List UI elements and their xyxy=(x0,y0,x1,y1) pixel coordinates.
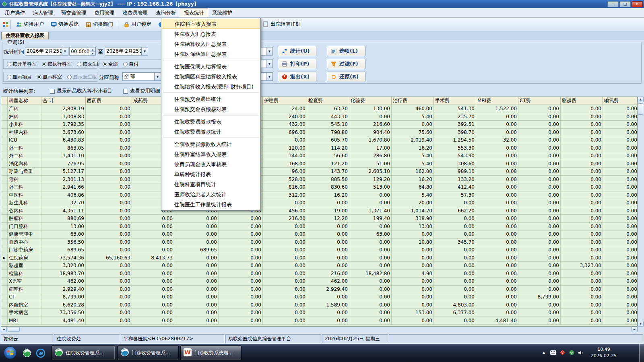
menubar-item-用户操作[interactable]: 用户操作 xyxy=(1,8,29,17)
table-row[interactable]: ▶住院药房73,574.3665,160.638,413.730.000.000… xyxy=(1,254,637,262)
table-row[interactable]: 内窥镜室6,620.280.000.000.000.000.001,589.00… xyxy=(1,301,637,309)
subtotal-checkbox[interactable]: 显示药品收入等小计项目 xyxy=(50,88,112,95)
discharge-settle-button[interactable]: 出院结算[F8] xyxy=(262,19,301,29)
radio-自付[interactable]: 自付 xyxy=(123,61,138,68)
table-row[interactable]: 彩超室3,323.000.000.000.000.000.000.000.000… xyxy=(1,262,637,270)
scroll-up-icon[interactable]: ▲ xyxy=(638,97,644,102)
menu-item-住院收入汇总报表[interactable]: 住院收入汇总报表 xyxy=(161,29,260,39)
table-row[interactable]: 中医科406.860.000.000.000.00312.0016.200.00… xyxy=(1,191,637,200)
table-row[interactable]: 外一科863.050.000.000.000.00120.00114.2017.… xyxy=(1,144,637,152)
menu-item-收费员现金收入审核表[interactable]: 收费员现金收入审核表 xyxy=(161,159,260,169)
print-button[interactable]: 打印(P) xyxy=(278,59,316,69)
chevron-down-icon[interactable]: ▼ xyxy=(62,47,68,55)
volume-icon[interactable] xyxy=(578,350,584,355)
table-row[interactable]: 外二科1,431.100.000.000.000.00344.0056.6028… xyxy=(1,152,637,160)
table-row[interactable]: 病理科2,929.400.000.000.000.000.002,929.400… xyxy=(1,286,637,294)
menu-item-住院结算收入报表(费别-财务项目)[interactable]: 住院结算收入报表(费别-财务项目) xyxy=(161,82,260,92)
table-row[interactable]: MRI4,481.400.000.000.000.000.000.000.000… xyxy=(1,317,637,325)
grid-header-cell[interactable]: 科室名称 xyxy=(8,97,41,105)
close-button[interactable]: ✕ xyxy=(632,1,643,7)
menubar-item-病人管理[interactable]: 病人管理 xyxy=(29,8,57,17)
table-row[interactable]: CT8,739.000.000.000.000.000.000.000.000.… xyxy=(1,293,637,301)
horizontal-scrollbar[interactable]: ◄ ► xyxy=(1,327,638,333)
table-row[interactable]: 骨科2,301.130.000.000.000.00528.00885.5012… xyxy=(1,176,637,184)
taskbar-app-门诊收费系统增...[interactable]: W门诊收费系统增... xyxy=(180,346,242,360)
table-row[interactable]: 心内科4,351.110.000.000.000.00456.0019.001,… xyxy=(1,207,637,215)
toolbar-button-切换用户[interactable]: 切换用户 xyxy=(12,19,47,30)
taskbar-app-住院收费管理系...[interactable]: 住院收费管理系... xyxy=(52,346,115,360)
statistics-button[interactable]: 统计(U) xyxy=(278,46,316,56)
vertical-scroll-thumb[interactable] xyxy=(638,103,643,115)
maximize-button[interactable]: □ xyxy=(619,1,631,7)
taskbar-app-门诊收费管理系...[interactable]: 门诊收费管理系... xyxy=(118,346,179,360)
menu-item-单病种统计报表[interactable]: 单病种统计报表 xyxy=(161,169,260,179)
table-row[interactable]: 肿瘤科880.690.000.000.000.00216.0012.20199.… xyxy=(1,215,637,223)
radio-按开单科室[interactable]: 按开单科室 xyxy=(7,61,37,68)
scroll-left-icon[interactable]: ◄ xyxy=(1,327,7,332)
time-from-spinner[interactable]: 00:00:00 ▲▼ xyxy=(69,47,96,56)
menubar-item-收费员管理[interactable]: 收费员管理 xyxy=(119,8,152,17)
show-desktop-button[interactable] xyxy=(639,344,644,362)
table-row[interactable]: 门口腔科13.000.000.000.000.000.000.000.0013.… xyxy=(1,223,637,231)
options-button[interactable]: 选项(L) xyxy=(327,46,365,56)
grid-header-cell[interactable]: 化验费 xyxy=(349,97,392,105)
chevron-down-icon[interactable]: ▼ xyxy=(266,73,272,80)
safety-icon[interactable] xyxy=(569,350,574,355)
chevron-down-icon[interactable]: ▼ xyxy=(266,60,272,68)
menu-item-全院收费员缴款收入统计[interactable]: 全院收费员缴款收入统计 xyxy=(161,139,260,149)
table-row[interactable]: X光室462.000.000.000.000.000.00462.000.000… xyxy=(1,278,637,286)
radio-显示医生组[interactable]: 显示医生组 xyxy=(67,74,97,80)
chevron-down-icon[interactable]: ▼ xyxy=(154,73,161,80)
menu-item-住院预交金余额核对表[interactable]: 住院预交金余额核对表 xyxy=(161,104,260,114)
table-row[interactable]: 手术病区73,356.500.000.000.000.000.000.000.0… xyxy=(1,309,637,317)
grid-header-cell[interactable]: MRI费 xyxy=(476,97,518,105)
table-row[interactable]: 门诊中药房689.650.000.00689.650.000.000.000.0… xyxy=(1,246,637,254)
table-row[interactable]: 健康管理中63.000.000.000.000.000.000.0063.000… xyxy=(1,230,637,239)
menu-item-住院科室项目统计[interactable]: 住院科室项目统计 xyxy=(161,179,260,189)
start-button[interactable] xyxy=(3,346,17,360)
menu-item-住院收费员缴款报表[interactable]: 住院收费员缴款报表 xyxy=(161,117,260,127)
table-row[interactable]: 检验科18,983.700.000.000.000.000.00216.0018… xyxy=(1,270,637,278)
table-row[interactable]: 血透中心356.500.000.000.000.000.000.000.0010… xyxy=(1,239,637,247)
chevron-down-icon[interactable]: ▼ xyxy=(141,47,148,55)
menu-item-住院收费员缴款统计[interactable]: 住院收费员缴款统计 xyxy=(161,127,260,137)
filter-button[interactable]: 过滤(F) xyxy=(327,59,365,69)
toolbar-button-切换系统[interactable]: 切换系统 xyxy=(47,19,82,30)
tab-inpatient-dept-income-report[interactable]: 住院科室收入报表 xyxy=(1,32,49,39)
menu-item-住院科室收入报表[interactable]: 住院科室收入报表 xyxy=(162,19,260,29)
grid-header-cell[interactable]: 合 计 xyxy=(41,97,86,105)
antivirus-icon[interactable]: V xyxy=(559,350,565,355)
table-row[interactable]: 消化内科776.950.000.000.000.00168.00121.2051… xyxy=(1,160,637,168)
table-row[interactable]: 呼吸与危重5,127.170.000.000.000.0096.00143.70… xyxy=(1,168,637,176)
menubar-item-预交金管理[interactable]: 预交金管理 xyxy=(57,8,91,17)
toolbar-button-用户锁定[interactable]: 用户锁定 xyxy=(120,19,155,30)
taskbar-clock[interactable]: 10:49 2026-02-25 xyxy=(586,346,622,359)
checkbox-icon[interactable] xyxy=(123,89,128,94)
exit-button[interactable]: 退出(X) xyxy=(278,72,316,82)
spin-down-icon[interactable]: ▼ xyxy=(90,51,95,55)
menu-item-医师收治患者人次统计[interactable]: 医师收治患者人次统计 xyxy=(161,189,260,200)
date-from-combo[interactable]: 2026年 2月25日 ▼ xyxy=(25,47,68,56)
hidden-icons-chevron-icon[interactable]: ▲ xyxy=(541,350,547,355)
grid-header-cell[interactable] xyxy=(1,97,8,105)
grid-header-cell[interactable]: CT费 xyxy=(518,97,561,105)
vertical-scrollbar[interactable]: ▲ ▼ xyxy=(638,97,644,327)
grid-header-cell[interactable]: 输氧费 xyxy=(603,97,638,105)
grid-header-cell[interactable]: 护理费 xyxy=(263,97,307,105)
table-row[interactable]: 外三科2,941.660.000.000.000.00816.00830.605… xyxy=(1,183,637,191)
radio-显示项目[interactable]: 显示项目 xyxy=(7,74,32,80)
table-row[interactable]: 神经内科3,673.600.000.000.000.00696.00798.80… xyxy=(1,129,637,137)
grid-header-cell[interactable]: 检查费 xyxy=(307,97,349,105)
grid-header-cell[interactable]: 治疗费 xyxy=(392,97,434,105)
menubar-item-系统维护[interactable]: 系统维护 xyxy=(208,8,236,17)
partial-combo[interactable]: ▼ xyxy=(261,47,273,56)
checkbox-icon[interactable] xyxy=(50,89,55,94)
radio-全部[interactable]: 全部 xyxy=(103,61,118,68)
radio-显示科室[interactable]: 显示科室 xyxy=(37,74,62,80)
menu-item-住院病区科室结算收入报表[interactable]: 住院病区科室结算收入报表 xyxy=(161,72,260,82)
grid-header-cell[interactable]: 手术费 xyxy=(434,97,476,105)
date-to-combo[interactable]: 2026年 2月25日 ▼ xyxy=(105,47,148,56)
table-row[interactable]: 妇科1,008.830.000.000.000.00240.00443.100.… xyxy=(1,113,637,121)
toolbar-button-切换部门[interactable]: 切换部门 xyxy=(82,19,116,30)
branch-combo[interactable]: 全 部 ▼ xyxy=(122,72,161,81)
